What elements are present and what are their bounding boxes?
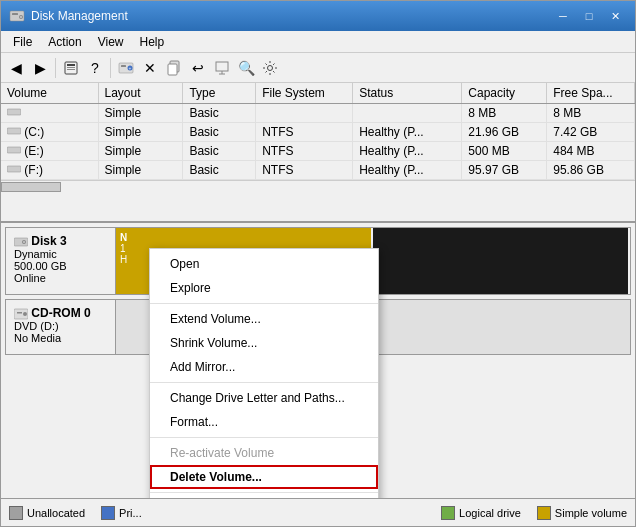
svg-rect-13 [168, 64, 177, 75]
settings-button[interactable] [259, 57, 281, 79]
cell-free: 95.86 GB [547, 161, 635, 180]
main-window: Disk Management ─ □ ✕ File Action View H… [0, 0, 636, 527]
cell-status: Healthy (P... [353, 161, 462, 180]
refresh-button[interactable]: ↩ [187, 57, 209, 79]
close-button[interactable]: ✕ [603, 6, 627, 26]
toolbar-separator-2 [110, 58, 111, 78]
col-type[interactable]: Type [183, 83, 256, 104]
cell-free: 7.42 GB [547, 123, 635, 142]
menu-action[interactable]: Action [40, 33, 89, 51]
partition-yellow-label: N [120, 232, 367, 243]
ctx-explore[interactable]: Explore [150, 276, 378, 300]
cell-layout: Simple [98, 123, 183, 142]
col-filesystem[interactable]: File System [256, 83, 353, 104]
ctx-properties[interactable]: Properties [150, 496, 378, 498]
svg-rect-14 [216, 62, 228, 71]
ctx-extend-volume[interactable]: Extend Volume... [150, 307, 378, 331]
disk3-title: Disk 3 [14, 234, 107, 248]
table-row[interactable]: (C:) Simple Basic NTFS Healthy (P... 21.… [1, 123, 635, 142]
cdrom-type: DVD (D:) [14, 320, 107, 332]
scan-button[interactable] [211, 57, 233, 79]
menu-view[interactable]: View [90, 33, 132, 51]
back-button[interactable]: ◀ [5, 57, 27, 79]
disk3-size: 500.00 GB [14, 260, 107, 272]
disk-table: Volume Layout Type File System Status Ca… [1, 83, 635, 180]
cell-capacity: 8 MB [462, 104, 547, 123]
toolbar: ◀ ▶ ? + ✕ ↩ [1, 53, 635, 83]
volume-icon [7, 145, 21, 155]
toolbar-separator-1 [55, 58, 56, 78]
legend-simple-box [537, 506, 551, 520]
maximize-button[interactable]: □ [577, 6, 601, 26]
col-layout[interactable]: Layout [98, 83, 183, 104]
legend-unallocated: Unallocated [9, 506, 85, 520]
svg-rect-18 [7, 109, 21, 115]
properties-icon [63, 60, 79, 76]
cell-volume: (E:) [1, 142, 98, 161]
legend-unallocated-label: Unallocated [27, 507, 85, 519]
volume-icon [7, 164, 21, 174]
table-row[interactable]: (F:) Simple Basic NTFS Healthy (P... 95.… [1, 161, 635, 180]
cell-status [353, 104, 462, 123]
window-title: Disk Management [31, 9, 128, 23]
table-h-scrollbar[interactable] [1, 180, 635, 192]
ctx-sep-3 [150, 437, 378, 438]
legend-simple-label: Simple volume [555, 507, 627, 519]
legend-logical-label: Logical drive [459, 507, 521, 519]
cell-type: Basic [183, 142, 256, 161]
cell-capacity: 21.96 GB [462, 123, 547, 142]
col-freespace[interactable]: Free Spa... [547, 83, 635, 104]
settings-icon [262, 60, 278, 76]
new-disk-button[interactable]: + [115, 57, 137, 79]
cell-volume [1, 104, 98, 123]
col-status[interactable]: Status [353, 83, 462, 104]
ctx-sep-4 [150, 492, 378, 493]
delete-button[interactable]: ✕ [139, 57, 161, 79]
forward-button[interactable]: ▶ [29, 57, 51, 79]
scroll-track[interactable] [1, 182, 635, 192]
legend-primary-box [101, 506, 115, 520]
col-volume[interactable]: Volume [1, 83, 98, 104]
disk3-type: Dynamic [14, 248, 107, 260]
table-row[interactable]: Simple Basic 8 MB 8 MB [1, 104, 635, 123]
cell-layout: Simple [98, 161, 183, 180]
main-content: Volume Layout Type File System Status Ca… [1, 83, 635, 498]
legend-primary-label: Pri... [119, 507, 142, 519]
properties-button[interactable] [60, 57, 82, 79]
ctx-reactivate: Re-activate Volume [150, 441, 378, 465]
partition-unallocated[interactable] [373, 228, 630, 294]
cell-type: Basic [183, 123, 256, 142]
svg-rect-6 [67, 67, 75, 68]
app-icon [9, 8, 25, 24]
scroll-thumb[interactable] [1, 182, 61, 192]
ctx-open[interactable]: Open [150, 252, 378, 276]
cell-status: Healthy (P... [353, 142, 462, 161]
new-disk-icon: + [118, 60, 134, 76]
ctx-shrink-volume[interactable]: Shrink Volume... [150, 331, 378, 355]
legend-primary: Pri... [101, 506, 142, 520]
minimize-button[interactable]: ─ [551, 6, 575, 26]
svg-rect-9 [121, 65, 126, 67]
ctx-delete-volume[interactable]: Delete Volume... [150, 465, 378, 489]
col-capacity[interactable]: Capacity [462, 83, 547, 104]
menu-help[interactable]: Help [132, 33, 173, 51]
cell-type: Basic [183, 104, 256, 123]
svg-text:+: + [129, 65, 132, 71]
ctx-format[interactable]: Format... [150, 410, 378, 434]
ctx-change-drive-letter[interactable]: Change Drive Letter and Paths... [150, 386, 378, 410]
cdrom-label: CD-ROM 0 DVD (D:) No Media [6, 300, 116, 354]
ctx-add-mirror[interactable]: Add Mirror... [150, 355, 378, 379]
title-bar: Disk Management ─ □ ✕ [1, 1, 635, 31]
search-button[interactable]: 🔍 [235, 57, 257, 79]
menu-file[interactable]: File [5, 33, 40, 51]
copy-button[interactable] [163, 57, 185, 79]
svg-rect-20 [7, 147, 21, 153]
svg-rect-1 [12, 13, 18, 15]
help-button[interactable]: ? [84, 57, 106, 79]
cell-layout: Simple [98, 104, 183, 123]
cell-fs [256, 104, 353, 123]
table-row[interactable]: (E:) Simple Basic NTFS Healthy (P... 500… [1, 142, 635, 161]
svg-point-17 [268, 65, 273, 70]
copy-icon [166, 60, 182, 76]
legend-unallocated-box [9, 506, 23, 520]
